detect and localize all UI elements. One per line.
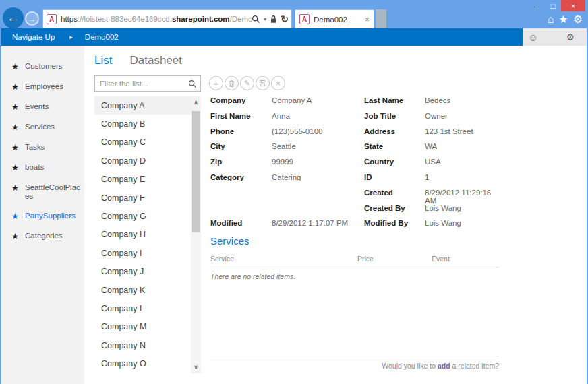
list-item[interactable]: Company L (94, 299, 191, 317)
url-domain: sharepoint.com (172, 15, 230, 23)
refresh-icon[interactable]: ↻ (281, 13, 289, 24)
field-value: 1 (425, 173, 499, 189)
breadcrumb-arrow-icon: ▸ (69, 34, 73, 40)
main-panel: List Datasheet + (84, 46, 587, 384)
record-details: Company Company A Last Name Bedecs First… (210, 96, 499, 234)
list-item[interactable]: Company F (94, 189, 191, 207)
field-label: Created (364, 189, 425, 204)
field-label: Phone (210, 127, 272, 143)
star-icon: ★ (11, 62, 25, 71)
field-value: Lois Wang (425, 204, 499, 220)
field-label: ID (364, 173, 425, 189)
app-content: ★ Customers ★ Employees ★ Events ★ Servi… (1, 46, 587, 384)
navigate-up-link[interactable]: Navigate Up (12, 33, 55, 41)
list-item[interactable]: Company O (94, 354, 191, 373)
field-value: Owner (425, 112, 499, 127)
favorites-star-icon[interactable]: ★ (558, 13, 568, 26)
column-header-event: Event (432, 255, 499, 263)
maximize-button[interactable]: □ (545, 0, 561, 11)
list-item[interactable]: Company I (94, 244, 191, 262)
search-icon[interactable] (252, 15, 260, 24)
tab-datasheet[interactable]: Datasheet (129, 54, 182, 67)
add-record-button[interactable]: + (209, 76, 223, 90)
delete-record-button[interactable] (225, 76, 239, 90)
browser-window: ← → A https://loistest-883ec64e169ccd.sh… (0, 0, 588, 384)
list-item[interactable]: Company B (94, 115, 191, 133)
field-label: Job Title (364, 112, 425, 127)
close-button[interactable]: × (561, 0, 585, 11)
related-section-title[interactable]: Services (210, 235, 499, 247)
sidebar-item-categories[interactable]: ★ Categories (1, 226, 84, 247)
list-item[interactable]: Company N (94, 336, 191, 354)
field-value: USA (425, 158, 499, 173)
feedback-smiley-icon[interactable]: ☺ (528, 32, 538, 43)
sidebar-item-services[interactable]: ★ Services (1, 117, 84, 137)
back-arrow-icon: ← (7, 11, 19, 25)
sidebar-item-customers[interactable]: ★ Customers (1, 57, 84, 77)
list-scrollbar[interactable]: ∧ ∨ (191, 96, 201, 373)
sidebar-item-label: Services (25, 123, 55, 131)
tab-close-icon[interactable]: × (365, 15, 370, 24)
settings-gear-icon[interactable]: ⚙ (566, 32, 575, 42)
list-item[interactable]: Company A (94, 96, 191, 115)
sidebar-item-partysuppliers[interactable]: ★ PartySuppliers (1, 206, 84, 226)
site-title[interactable]: Demo002 (85, 33, 119, 41)
list-item[interactable]: Company G (94, 207, 191, 225)
home-icon[interactable]: ⌂ (548, 13, 554, 26)
related-table-header: Service Price Event (210, 255, 499, 267)
forward-button[interactable]: → (25, 11, 39, 26)
view-tabs: List Datasheet (94, 54, 182, 67)
filter-search-icon[interactable] (188, 79, 197, 88)
scrollbar-thumb[interactable] (192, 111, 200, 232)
scroll-down-icon[interactable]: ∨ (191, 362, 201, 372)
filter-input[interactable] (100, 79, 188, 88)
back-button[interactable]: ← (3, 7, 24, 28)
field-label (210, 204, 272, 220)
list-item[interactable]: Company C (94, 133, 191, 152)
sidebar-item-seattlecoolplaces[interactable]: ★ SeattleCoolPlaces (1, 178, 84, 206)
browser-settings-gear-icon[interactable]: ⚙ (573, 13, 583, 26)
field-value (272, 204, 364, 220)
table-selector-sidebar: ★ Customers ★ Employees ★ Events ★ Servi… (1, 46, 84, 384)
browser-titlebar: ← → A https://loistest-883ec64e169ccd.sh… (0, 0, 588, 28)
tab-list[interactable]: List (94, 54, 112, 67)
list-item[interactable]: Company D (94, 152, 191, 170)
address-dropdown-icon[interactable]: ▾ (264, 16, 266, 22)
filter-container (94, 75, 201, 92)
sidebar-item-boats[interactable]: ★ boats (1, 158, 84, 178)
url-host: ://loistest-883ec64e169ccd. (78, 15, 172, 23)
field-value: WA (425, 142, 499, 158)
star-icon: ★ (11, 82, 25, 92)
field-value: 123 1st Street (425, 127, 499, 143)
star-icon: ★ (11, 102, 25, 112)
edit-record-button[interactable]: ✎ (240, 76, 254, 90)
list-item[interactable]: Company K (94, 281, 191, 299)
company-list: Company A Company B Company C Company D … (94, 96, 191, 373)
sidebar-item-label: Events (25, 102, 49, 111)
minimize-button[interactable]: – (529, 0, 545, 11)
add-related-link[interactable]: add (438, 362, 450, 370)
cancel-record-button[interactable]: × (271, 76, 285, 90)
field-label: Address (364, 127, 425, 143)
sidebar-item-events[interactable]: ★ Events (1, 97, 84, 117)
star-icon: ★ (11, 183, 25, 193)
sidebar-item-employees[interactable]: ★ Employees (1, 77, 84, 97)
list-item[interactable]: Company E (94, 170, 191, 189)
save-record-button[interactable] (256, 76, 270, 90)
url-path: /Demo002/default.aspx (230, 15, 252, 23)
browser-tab[interactable]: A Demo002 × (295, 9, 374, 28)
sidebar-item-tasks[interactable]: ★ Tasks (1, 137, 84, 158)
sidebar-item-label: SeattleCoolPlaces (25, 183, 82, 201)
sidebar-item-label: boats (25, 163, 44, 172)
list-item[interactable]: Company H (94, 226, 191, 244)
field-value: 8/29/2012 1:17:07 PM (272, 219, 364, 234)
access-favicon: A (47, 14, 57, 24)
sidebar-item-label: PartySuppliers (25, 212, 76, 220)
address-bar[interactable]: A https://loistest-883ec64e169ccd.sharep… (42, 9, 292, 28)
scroll-up-icon[interactable]: ∧ (191, 98, 201, 107)
tab-title: Demo002 (314, 15, 361, 24)
url-text: https://loistest-883ec64e169ccd.sharepoi… (61, 15, 252, 23)
list-item[interactable]: Company J (94, 263, 191, 281)
new-tab-button[interactable] (376, 9, 386, 28)
list-item[interactable]: Company M (94, 318, 191, 336)
